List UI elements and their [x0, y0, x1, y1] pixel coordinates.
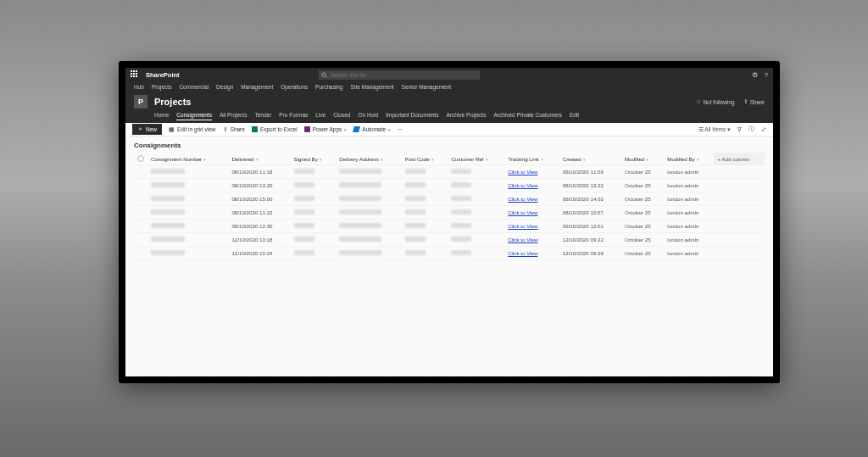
site-nav-item[interactable]: Closed	[333, 112, 350, 120]
column-header[interactable]: Signed By▾	[291, 153, 337, 165]
site-nav: HomeConsignmentsAll ProjectsTenderPro Fo…	[134, 109, 765, 123]
customer-ref	[451, 209, 471, 215]
delivery-address	[339, 223, 381, 228]
hub-nav-item[interactable]: Design	[216, 84, 233, 90]
hub-nav-item[interactable]: Management	[241, 84, 273, 90]
created-cell: 08/10/2020 14:02	[559, 192, 621, 206]
hub-nav-item[interactable]: Commercial	[179, 84, 209, 90]
site-nav-item[interactable]: Live	[315, 112, 326, 120]
delivered-cell: 08/10/2020 11:22	[228, 206, 290, 220]
share-button[interactable]: ⇪ Share	[223, 126, 245, 133]
not-following-button[interactable]: ☆ Not following	[696, 98, 734, 105]
delivered-cell: 12/10/2020 10:18	[228, 233, 290, 247]
post-code	[405, 250, 426, 255]
filter-icon[interactable]: ∇	[737, 126, 742, 133]
signed-by	[294, 196, 314, 201]
table-row[interactable]: 08/10/2020 11:18Click to View08/10/2020 …	[134, 165, 765, 179]
hub-nav: HubProjectsCommercialDesignManagementOpe…	[125, 81, 773, 92]
powerapps-icon	[304, 126, 310, 132]
monitor-frame: SharePoint ⚙ ? HubProjectsCommercialDesi…	[119, 61, 780, 383]
column-header[interactable]: Consignment Number▾	[147, 153, 228, 165]
column-header[interactable]: Tracking Link▾	[504, 153, 559, 165]
post-code	[405, 209, 426, 215]
expand-icon[interactable]: ⤢	[761, 126, 766, 133]
site-nav-item[interactable]: Consignments	[176, 112, 212, 120]
site-nav-item[interactable]: Edit	[570, 112, 579, 120]
site-nav-item[interactable]: Home	[154, 112, 169, 120]
tracking-link[interactable]: Click to View	[508, 169, 537, 175]
info-icon[interactable]: ⓘ	[748, 125, 754, 133]
column-header[interactable]: Created▾	[559, 153, 621, 165]
post-code	[405, 169, 426, 174]
column-header[interactable]: Delivery Address▾	[336, 153, 401, 165]
hub-nav-item[interactable]: Projects	[152, 84, 171, 90]
table-row[interactable]: 12/10/2020 10:18Click to View12/10/2020 …	[134, 233, 765, 247]
table-row[interactable]: 08/10/2020 13:20Click to View08/10/2020 …	[134, 179, 765, 192]
table-row[interactable]: 08/10/2020 15:00Click to View08/10/2020 …	[134, 192, 765, 206]
share-site-button[interactable]: ⇪ Share	[743, 98, 765, 105]
hub-nav-item[interactable]: Site Management	[351, 84, 394, 90]
site-nav-item[interactable]: Archive Projects	[446, 112, 486, 120]
automate-button[interactable]: Automate▾	[353, 126, 391, 132]
view-selector[interactable]: ☰ All Items ▾	[698, 126, 731, 133]
automate-icon	[353, 126, 360, 132]
svg-line-1	[326, 75, 327, 77]
table-row[interactable]: 08/10/2020 11:22Click to View08/10/2020 …	[134, 206, 765, 220]
post-code	[405, 196, 426, 201]
search-wrap	[319, 70, 480, 80]
tracking-link[interactable]: Click to View	[508, 196, 537, 202]
tracking-link[interactable]: Click to View	[508, 223, 537, 229]
tracking-link[interactable]: Click to View	[508, 250, 537, 256]
new-button[interactable]: ＋ New	[132, 124, 162, 135]
post-code	[405, 237, 426, 242]
search-input[interactable]	[319, 70, 480, 80]
screen: SharePoint ⚙ ? HubProjectsCommercialDesi…	[125, 68, 773, 376]
site-nav-item[interactable]: On Hold	[358, 112, 378, 120]
export-excel-button[interactable]: Export to Excel	[252, 126, 298, 132]
tracking-link[interactable]: Click to View	[508, 182, 537, 188]
table-row[interactable]: 09/10/2020 12:30Click to View09/10/2020 …	[134, 220, 765, 233]
app-launcher-icon[interactable]	[131, 70, 139, 79]
help-icon[interactable]: ?	[765, 71, 768, 79]
site-nav-item[interactable]: Archived Private Customers	[493, 112, 562, 120]
site-logo[interactable]: P	[134, 95, 147, 109]
modified-cell: October 25	[621, 220, 664, 233]
table-header-row: Consignment Number▾Delivered▾Signed By▾D…	[134, 153, 765, 165]
site-header: P Projects ☆ Not following ⇪ Share HomeC…	[125, 92, 773, 123]
hub-nav-item[interactable]: Senior Management	[402, 84, 452, 90]
table-row[interactable]: 12/10/2020 10:24Click to View12/10/2020 …	[134, 247, 765, 260]
add-column-button[interactable]: + Add column	[714, 153, 765, 165]
column-header[interactable]: Post Code▾	[402, 153, 448, 165]
modified-cell: October 25	[621, 233, 664, 247]
powerapps-button[interactable]: Power Apps▾	[304, 126, 348, 132]
select-all[interactable]	[137, 155, 144, 162]
table-body: 08/10/2020 11:18Click to View08/10/2020 …	[134, 165, 765, 260]
more-actions-button[interactable]: ···	[398, 126, 402, 132]
excel-icon	[252, 126, 258, 132]
consignment-number	[151, 237, 185, 242]
consignment-number	[151, 182, 185, 187]
column-header[interactable]: Delivered▾	[228, 153, 290, 165]
delivery-address	[339, 196, 381, 201]
suite-right: ⚙ ?	[752, 71, 768, 79]
site-nav-item[interactable]: Important Documents	[386, 112, 438, 120]
site-nav-item[interactable]: All Projects	[220, 112, 248, 120]
created-cell: 12/10/2020 09:28	[559, 247, 621, 260]
site-nav-item[interactable]: Tender	[254, 112, 271, 120]
tracking-link[interactable]: Click to View	[508, 209, 537, 215]
consignment-number	[151, 250, 185, 255]
hub-nav-item[interactable]: Hub	[134, 84, 144, 90]
delivered-cell: 09/10/2020 12:30	[228, 220, 290, 233]
hub-nav-item[interactable]: Operations	[281, 84, 308, 90]
column-header[interactable]: Modified▾	[621, 153, 664, 165]
edit-grid-button[interactable]: ▦ Edit in grid view	[169, 126, 216, 133]
customer-ref	[451, 250, 471, 255]
hub-nav-item[interactable]: Purchasing	[315, 84, 343, 90]
list-content: Consignments Consignment Number▾Delivere…	[125, 137, 773, 376]
site-nav-item[interactable]: Pro Formas	[279, 112, 308, 120]
delivery-address	[339, 250, 381, 255]
tracking-link[interactable]: Click to View	[508, 237, 537, 242]
settings-icon[interactable]: ⚙	[752, 71, 758, 79]
column-header[interactable]: Modified By▾	[664, 153, 714, 165]
column-header[interactable]: Customer Ref▾	[448, 153, 504, 165]
